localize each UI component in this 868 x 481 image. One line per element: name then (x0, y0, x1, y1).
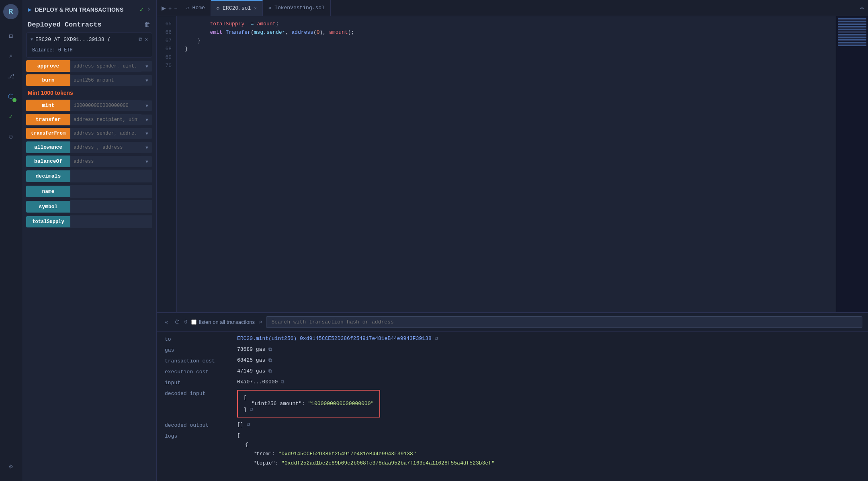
contract-item: ▼ ERC20 AT 0XD91...39138 ( ⧉ ✕ Balance: … (26, 33, 152, 57)
deploy-icon[interactable]: ⬡ (4, 90, 17, 103)
tab-tokenvesting[interactable]: ◇ TokenVesting.sol (263, 0, 331, 16)
app-title: DEPLOY & RUN TRANSACTIONS (35, 6, 124, 13)
to-label: to (165, 336, 229, 342)
minimap (836, 16, 868, 312)
zoom-in-button[interactable]: + (168, 5, 172, 11)
tx-search-icon[interactable]: ⌕ (259, 319, 262, 325)
tx-cost-value: 68425 gas ⧉ (237, 357, 272, 363)
mint-chevron[interactable]: ▼ (141, 100, 152, 111)
main-area: ▶ + − ⌂ Home ◇ ERC20.sol ✕ ◇ TokenVestin… (157, 0, 868, 481)
function-row-transferfrom: transferFrom ▼ (26, 128, 152, 139)
listen-all-checkbox[interactable] (191, 319, 197, 325)
gas-value: 78689 gas ⧉ (237, 346, 272, 352)
logs-from-val: "0xd9145CCE52D386f254917e481eB44e9943F39… (278, 451, 416, 457)
burn-chevron[interactable]: ▼ (141, 75, 152, 86)
decoded-input-close-row: ] ⧉ (244, 407, 374, 413)
mint-input[interactable] (70, 100, 141, 111)
logs-from: "from": "0xd9145CCE52D386f254917e481eB44… (237, 451, 416, 457)
run-button[interactable]: ▶ (162, 5, 166, 11)
decimals-button[interactable]: decimals (26, 170, 70, 182)
burn-button[interactable]: burn (26, 74, 70, 86)
check-icon: ✓ (140, 6, 144, 14)
delete-all-icon[interactable]: 🗑 (144, 21, 151, 29)
verify-icon[interactable]: ✓ (4, 110, 17, 123)
input-value-text: 0xa07...00000 (237, 379, 278, 385)
decoded-input-label: decoded input (165, 390, 229, 397)
allowance-input[interactable] (70, 142, 141, 153)
tab-erc20-label: ERC20.sol (223, 5, 251, 11)
copy-decoded-input-icon[interactable]: ⧉ (250, 407, 254, 413)
mint-button[interactable]: mint (26, 100, 70, 111)
logs-label: logs (165, 432, 229, 439)
code-line-66: emit Transfer(msg.sender, address(0), am… (185, 29, 828, 37)
copy-decoded-output-icon[interactable]: ⧉ (247, 422, 250, 428)
balanceof-button[interactable]: balanceOf (26, 156, 70, 167)
tx-collapse-icon[interactable]: « (162, 318, 170, 326)
tokenvesting-tab-icon: ◇ (268, 5, 271, 11)
plugin-icon[interactable]: ⚙ (4, 460, 17, 473)
tx-count: 0 (184, 319, 187, 325)
app-logo: R (3, 4, 18, 19)
approve-button[interactable]: approve (26, 60, 70, 72)
decoded-input-box: [ "uint256 amount": "1000000000000000000… (237, 390, 380, 418)
tab-bar: ▶ + − ⌂ Home ◇ ERC20.sol ✕ ◇ TokenVestin… (157, 0, 868, 16)
transferfrom-chevron[interactable]: ▼ (141, 128, 152, 139)
balanceof-chevron[interactable]: ▼ (141, 156, 152, 167)
search-icon[interactable]: ⌕ (4, 50, 17, 63)
expand-icon[interactable]: › (147, 6, 151, 14)
tab-home[interactable]: ⌂ Home (180, 0, 211, 16)
tx-row-input: input 0xa07...00000 ⧉ (165, 379, 860, 386)
home-tab-icon: ⌂ (186, 5, 189, 11)
copy-address-icon[interactable]: ⧉ (139, 37, 142, 43)
transfer-input[interactable] (70, 114, 141, 125)
allowance-chevron[interactable]: ▼ (141, 142, 152, 153)
tx-row-logs: logs [ { "from": "0xd9145CCE52D386f25491… (165, 432, 860, 466)
contract-item-header[interactable]: ▼ ERC20 AT 0XD91...39138 ( ⧉ ✕ (27, 33, 152, 46)
logs-value: [ { "from": "0xd9145CCE52D386f254917e481… (237, 432, 495, 466)
tab-erc20[interactable]: ◇ ERC20.sol ✕ (211, 0, 263, 16)
zoom-out-button[interactable]: − (174, 5, 177, 11)
approve-chevron[interactable]: ▼ (141, 61, 152, 72)
code-line-65: totalSupply -= amount; (185, 20, 828, 29)
tx-row-exec-cost: execution cost 47149 gas ⧉ (165, 368, 860, 375)
git-icon[interactable]: ⎇ (4, 70, 17, 83)
decoded-output-value: [] ⧉ (237, 422, 250, 428)
function-row-approve: approve ▼ (26, 60, 152, 72)
expand-tabs-icon[interactable]: ⇔ (860, 4, 868, 12)
transferfrom-input[interactable] (70, 128, 141, 139)
transfer-button[interactable]: transfer (26, 114, 70, 125)
totalsupply-button[interactable]: totalSupply (26, 216, 70, 227)
decoded-input-pair: "uint256 amount": "1000000000000000000" (244, 401, 374, 407)
decoded-output-label: decoded output (165, 422, 229, 428)
exec-cost-label: execution cost (165, 368, 229, 375)
allowance-button[interactable]: allowance (26, 141, 70, 153)
tx-row-gas: gas 78689 gas ⧉ (165, 346, 860, 353)
team-icon[interactable]: ⚇ (4, 130, 17, 143)
listen-all-label[interactable]: listen on all transactions (191, 319, 255, 325)
approve-input[interactable] (70, 61, 141, 72)
name-button[interactable]: name (26, 186, 70, 197)
copy-gas-icon[interactable]: ⧉ (268, 347, 272, 352)
copy-input-icon[interactable]: ⧉ (281, 379, 285, 385)
copy-exec-cost-icon[interactable]: ⧉ (268, 368, 272, 374)
erc20-close-icon[interactable]: ✕ (254, 6, 257, 11)
icon-bar: R ⊞ ⌕ ⎇ ⬡ ✓ ⚇ ⚙ (0, 0, 22, 481)
transferfrom-button[interactable]: transferFrom (26, 128, 70, 139)
tx-row-decoded-output: decoded output [] ⧉ (165, 422, 860, 428)
close-contract-icon[interactable]: ✕ (145, 36, 148, 43)
decoded-input-key: "uint256 amount": (252, 401, 308, 407)
balanceof-input[interactable] (70, 156, 141, 167)
transfer-chevron[interactable]: ▼ (141, 115, 152, 125)
gas-label: gas (165, 346, 229, 353)
burn-input[interactable] (70, 75, 141, 86)
copy-to-icon[interactable]: ⧉ (435, 336, 438, 342)
copy-tx-cost-icon[interactable]: ⧉ (268, 358, 272, 363)
function-row-allowance: allowance ▼ (26, 141, 152, 153)
tx-search-input[interactable] (266, 316, 862, 328)
active-badge (12, 98, 16, 102)
symbol-button[interactable]: symbol (26, 201, 70, 213)
files-icon[interactable]: ⊞ (4, 30, 17, 43)
tx-cost-value-text: 68425 gas (237, 357, 265, 363)
deploy-run-icon: ▶ (28, 6, 32, 14)
input-value: 0xa07...00000 ⧉ (237, 379, 285, 385)
